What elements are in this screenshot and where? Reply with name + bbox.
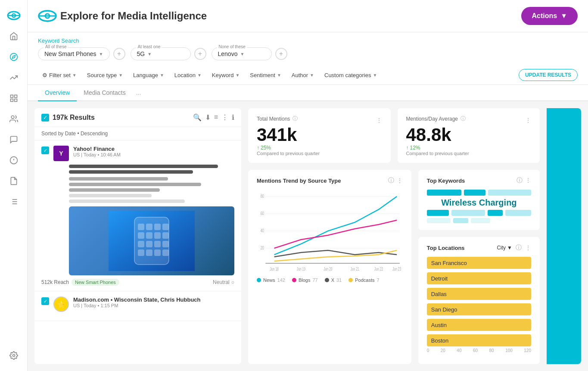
tabs-bar: Overview Media Contacts ... [28,85,588,101]
none-keyword-label: None of these [217,44,247,49]
reach-info: 512k Reach New Smart Phones [41,279,119,286]
custom-categories-button[interactable]: Custom categories ▼ [320,69,381,81]
text-line [69,165,218,168]
podcasts-count: 7 [377,277,380,283]
svg-rect-8 [10,99,13,102]
bar-label: Dallas [431,291,447,297]
more-results-icon[interactable]: ⋮ [221,113,228,122]
logo-area: Explore for Media Intelligence [38,10,207,22]
city-select-button[interactable]: City ▼ [497,245,512,251]
sidebar-item-trends[interactable] [5,69,22,86]
trend-info-icon[interactable]: ⓘ [388,177,394,184]
all-keyword-input[interactable]: All of these New Smart Phones ▼ [38,47,110,60]
kw-row [427,190,531,196]
stat-card-menu[interactable]: ⋮ [376,117,382,124]
podcasts-dot [348,278,353,282]
keyword-cloud: Wireless Charging [427,190,531,223]
author-button[interactable]: Author ▼ [287,69,318,81]
tab-media-contacts[interactable]: Media Contacts [77,85,132,101]
sidebar-item-filters[interactable] [5,193,22,210]
svg-rect-31 [154,232,161,239]
trend-chart-area: 80 60 40 20 Jun 18 Jun 19 Jun 20 Jun 21 … [257,188,403,274]
keyword-button[interactable]: Keyword ▼ [208,69,244,81]
svg-point-19 [12,355,15,357]
least-keyword-chevron: ▼ [147,52,152,56]
sidebar-item-analytics[interactable] [5,90,22,107]
svg-point-9 [11,116,14,119]
sidebar-item-alerts[interactable] [5,152,22,169]
result-location: US [73,303,80,308]
select-all-checkbox[interactable]: ✓ [41,114,49,122]
keywords-menu-icon[interactable]: ⋮ [525,177,531,184]
keyword-group-least: At least one 5G ▼ + [131,47,206,60]
title-explore: Explore [60,10,98,22]
actions-chevron-icon: ▼ [560,12,567,20]
result-source-name: Yahoo! Finance [73,146,234,152]
stat-info-icon[interactable]: ⓘ [460,115,466,122]
bar-row-dallas: Dallas [427,288,531,300]
svg-rect-29 [138,232,144,239]
none-keyword-input[interactable]: None of these Lenovo ▼ [212,47,272,60]
results-count: 197k Results [53,114,190,122]
result-time: Today • 10:46 AM [84,152,121,157]
bar-row-sf: San Francisco [427,257,531,269]
result-checkbox[interactable]: ✓ [41,297,49,305]
tab-more-dots[interactable]: ... [133,85,145,100]
add-least-keyword-button[interactable]: + [194,48,206,60]
search-results-icon[interactable]: 🔍 [193,113,202,122]
locations-controls: City ▼ ⓘ ⋮ [497,244,531,252]
podcasts-label: Podcasts [355,277,374,283]
keywords-info-icon[interactable]: ⓘ [516,177,523,184]
actions-label: Actions [532,12,557,20]
stat-card-menu[interactable]: ⋮ [525,117,531,124]
svg-rect-28 [162,224,169,230]
tab-overview[interactable]: Overview [38,85,77,101]
results-actions: 🔍 ⬇ ≡ ⋮ ℹ [193,113,234,122]
svg-rect-27 [154,224,161,230]
keyword-bars: Wireless Charging [427,190,531,223]
add-none-keyword-button[interactable]: + [275,48,287,60]
sidebar-item-documents[interactable] [5,172,22,190]
stat-info-icon[interactable]: ⓘ [292,115,298,122]
add-all-keyword-button[interactable]: + [113,48,125,60]
kw-bar [427,190,461,196]
kw-row [427,210,531,216]
blogs-label: Blogs [299,277,311,283]
result-footer: 512k Reach New Smart Phones Neutral ○ [41,279,234,286]
total-mentions-card: Total Mentions ⓘ ⋮ 341k ↑ 25% Compared t… [248,108,391,163]
sort-text: Sorted by Date • Descending [41,131,108,137]
result-checkbox[interactable]: ✓ [41,147,49,154]
least-keyword-input[interactable]: At least one 5G ▼ [131,47,191,60]
location-button[interactable]: Location ▼ [170,69,206,81]
filters-bar: ⚙ Filter set ▼ Source type ▼ Language ▼ … [28,65,588,85]
x-label: X [331,277,334,283]
results-sort-label: Sorted by Date • Descending [34,127,241,140]
source-type-button[interactable]: Source type ▼ [83,69,127,81]
keywords-title: Top Keywords [427,178,465,184]
actions-button[interactable]: Actions ▼ [521,7,578,25]
trend-menu-icon[interactable]: ⋮ [397,177,403,184]
filter-set-button[interactable]: ⚙ Filter set ▼ [38,69,81,81]
sidebar-item-home[interactable] [5,28,22,45]
info-results-icon[interactable]: ℹ [232,113,234,122]
keyword-label: Keyword [212,72,234,78]
sidebar-item-messages[interactable] [5,131,22,148]
locations-menu-icon[interactable]: ⋮ [525,244,531,251]
download-results-icon[interactable]: ⬇ [205,113,211,122]
locations-info-icon[interactable]: ⓘ [516,244,522,252]
result-tag[interactable]: New Smart Phones [72,279,119,286]
sentiment-icon: ○ [231,279,234,285]
results-header: ✓ 197k Results 🔍 ⬇ ≡ ⋮ ℹ [34,108,241,127]
sidebar-item-explore[interactable] [5,48,22,65]
sidebar-item-settings[interactable] [5,347,22,364]
up-arrow-icon: ↑ [257,145,259,151]
update-results-button[interactable]: UPDATE RESULTS [519,69,578,81]
language-button[interactable]: Language ▼ [129,69,168,81]
result-source-info: Madison.com • Wisconsin State, Chris Hub… [73,296,234,308]
sort-results-icon[interactable]: ≡ [214,113,218,122]
svg-rect-32 [162,232,169,239]
svg-text:Jun 22: Jun 22 [374,267,383,272]
sentiment-button[interactable]: Sentiment ▼ [246,69,285,81]
kw-bar [488,190,531,196]
sidebar-item-people[interactable] [5,110,22,128]
